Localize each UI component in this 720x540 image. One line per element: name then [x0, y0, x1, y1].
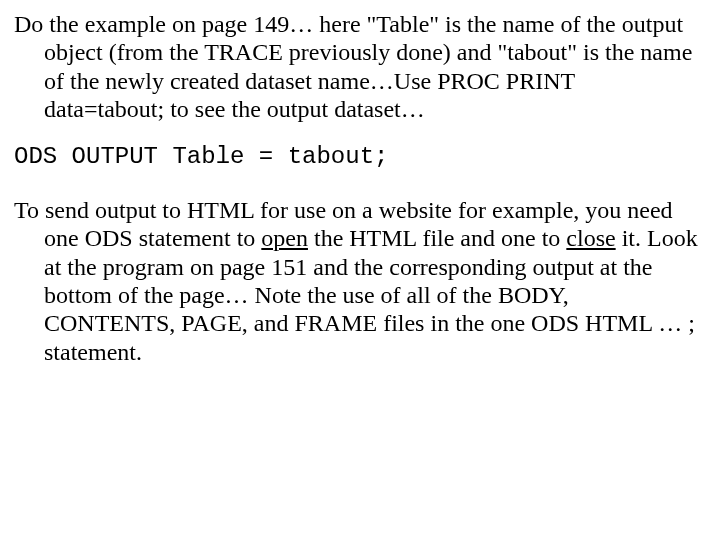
para2-underline-open: open: [261, 225, 308, 251]
paragraph-1: Do the example on page 149… here "Table"…: [14, 10, 700, 123]
para1-text: Do the example on page 149… here "Table"…: [14, 11, 692, 122]
para2-underline-close: close: [566, 225, 615, 251]
slide-body: Do the example on page 149… here "Table"…: [0, 0, 720, 540]
code-line-ods-output: ODS OUTPUT Table = tabout;: [14, 143, 700, 172]
paragraph-2: To send output to HTML for use on a webs…: [14, 196, 700, 366]
para2-text-2: the HTML file and one to: [308, 225, 566, 251]
